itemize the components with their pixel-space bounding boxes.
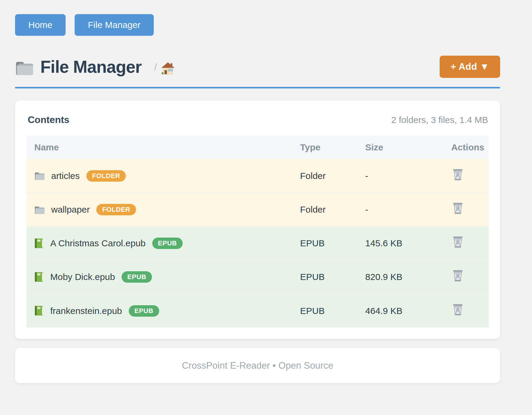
size-cell: 145.6 KB [357,226,444,260]
home-button[interactable]: Home [15,14,66,36]
size-cell: 820.9 KB [357,260,444,294]
size-cell: 464.9 KB [357,294,444,327]
type-badge: FOLDER [96,204,136,215]
footer-card: CrossPoint E-Reader • Open Source [15,348,500,383]
page-title: File Manager [40,57,141,77]
table-row[interactable]: wallpaper FOLDER Folder - [26,193,489,226]
top-nav: Home File Manager [15,0,500,36]
type-badge: FOLDER [86,170,126,182]
contents-card-header: Contents 2 folders, 3 files, 1.4 MB [26,112,489,136]
title-divider [15,87,500,88]
type-cell: Folder [292,193,357,226]
folder-icon [34,205,45,214]
table-row[interactable]: A Christmas Carol.epub EPUB EPUB 145.6 K… [26,226,489,260]
type-badge: EPUB [129,305,159,317]
trash-icon [452,169,463,181]
type-badge: EPUB [122,271,152,283]
footer-text: CrossPoint E-Reader • Open Source [182,360,333,371]
page-header: File Manager / + Add ▼ [15,56,500,78]
contents-card: Contents 2 folders, 3 files, 1.4 MB Name… [15,100,500,339]
contents-heading: Contents [28,114,70,125]
table-row[interactable]: Moby Dick.epub EPUB EPUB 820.9 KB [26,260,489,294]
home-icon[interactable] [161,62,175,75]
table-row[interactable]: articles FOLDER Folder - [26,159,489,193]
type-badge: EPUB [152,238,183,249]
type-cell: EPUB [292,260,357,294]
breadcrumb-separator: / [154,61,157,73]
trash-icon [452,270,463,282]
delete-button[interactable] [452,169,463,182]
type-cell: EPUB [292,294,357,327]
book-icon [34,306,44,316]
book-icon [34,238,44,249]
trash-icon [452,304,463,316]
size-cell: - [357,193,444,226]
file-name[interactable]: Moby Dick.epub [50,272,115,282]
column-header-name: Name [26,136,292,159]
add-button[interactable]: + Add ▼ [440,56,500,78]
file-name[interactable]: frankenstein.epub [50,306,122,316]
file-manager-button[interactable]: File Manager [75,14,154,36]
folder-icon [34,171,45,180]
trash-icon [452,202,463,215]
page: Home File Manager File Manager / + Add ▼… [15,0,500,383]
column-header-size: Size [357,136,444,159]
folder-icon [15,60,33,75]
type-cell: Folder [292,159,357,193]
file-table: Name Type Size Actions articles FOLDER F… [26,136,489,327]
table-row[interactable]: frankenstein.epub EPUB EPUB 464.9 KB [26,294,489,327]
delete-button[interactable] [452,270,463,283]
trash-icon [452,236,463,248]
table-header-row: Name Type Size Actions [26,136,489,159]
file-name[interactable]: articles [51,171,80,181]
column-header-type: Type [292,136,357,159]
delete-button[interactable] [452,202,463,216]
delete-button[interactable] [452,236,463,249]
file-name[interactable]: wallpaper [51,204,90,215]
book-icon [34,272,44,282]
file-name[interactable]: A Christmas Carol.epub [50,238,146,248]
delete-button[interactable] [452,304,463,317]
contents-summary: 2 folders, 3 files, 1.4 MB [391,115,488,125]
type-cell: EPUB [292,226,357,260]
column-header-actions: Actions [443,136,489,159]
size-cell: - [357,159,444,193]
